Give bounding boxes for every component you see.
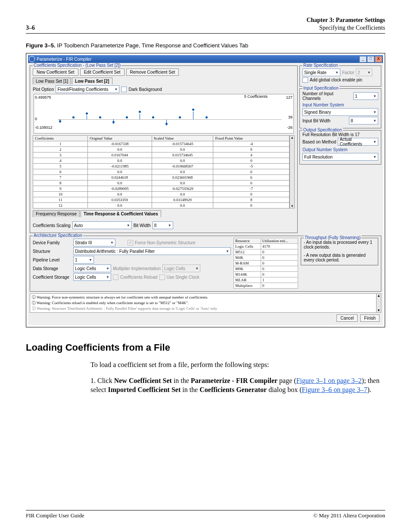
edit-coef-button[interactable]: Edit Coefficient Set xyxy=(80,68,125,76)
table-row: 100.00.00 xyxy=(33,192,290,197)
page-number: 3–6 xyxy=(26,25,35,31)
dialog-titlebar[interactable]: Parameterize - FIR Compiler _ □ X xyxy=(28,55,383,63)
rate-panel: Rate Specification Single Rate▼ Factor 2… xyxy=(299,65,381,87)
section-title: Specifying the Coefficients xyxy=(306,24,385,32)
datastorage-select[interactable]: Logic Cells▼ xyxy=(73,264,111,272)
table-row: 110.03533590.031489298 xyxy=(33,197,290,203)
table-row: 60.00.00 xyxy=(33,169,290,175)
warning-line: ⓘ Warning: Coefficients reload is enable… xyxy=(32,300,379,306)
table-row: M5120 xyxy=(234,249,298,255)
output-panel: Output Specification Full Resolution Bit… xyxy=(299,130,381,165)
coefstorage-select[interactable]: Logic Cells▼ xyxy=(73,273,111,281)
page-footer: FIR Compiler User Guide © May 2011 Alter… xyxy=(26,510,385,519)
coef-table: CoefficientsOriginal ValueScaled ValueFi… xyxy=(33,135,290,208)
warnings-panel: ⓘ Warning: Force non-symmetric structure… xyxy=(30,293,381,313)
finish-button[interactable]: Finish xyxy=(360,314,380,322)
warnings-scrollbar[interactable]: ▲▼ xyxy=(376,294,381,312)
input-numsys-select[interactable]: Signed Binary▼ xyxy=(302,108,378,116)
output-numsys-select[interactable]: Full Resolution▼ xyxy=(302,153,378,161)
table-row: M-RAM0 xyxy=(234,261,298,266)
warning-line: ⓘ Warning: Structure 'Distributed Arithm… xyxy=(32,306,379,311)
warning-line: ⓘ Warning: Force non-symmetric structure… xyxy=(32,295,379,300)
clock-enable-checkbox[interactable] xyxy=(302,77,308,83)
plot-option-label: Plot Option xyxy=(33,87,54,92)
minimize-button[interactable]: _ xyxy=(359,56,367,62)
tab-lowpass1[interactable]: Low Pass Set [1] xyxy=(33,78,71,84)
coef-spec-panel: Coefficients Specification - (Low Pass S… xyxy=(30,65,298,233)
tab-time-response[interactable]: Time Response & Coefficient Values xyxy=(81,210,161,217)
channels-select[interactable]: 1▼ xyxy=(353,92,378,100)
figure-frame: Parameterize - FIR Compiler _ □ X Coeffi… xyxy=(26,53,385,327)
bitwidth-select[interactable]: 8▼ xyxy=(153,221,173,229)
remove-coef-button[interactable]: Remove Coefficient Set xyxy=(126,68,179,76)
architecture-panel: Architecture Specification Device Family… xyxy=(30,236,381,292)
table-row: 1-0.0167338-0.015734645-4 xyxy=(33,141,290,147)
method-select[interactable]: Actual Coefficients▼ xyxy=(338,138,378,146)
pipeline-select[interactable]: 1▼ xyxy=(73,256,94,264)
dialog-window: Parameterize - FIR Compiler _ □ X Coeffi… xyxy=(28,55,383,325)
table-row: M4K0 xyxy=(234,255,298,261)
structure-select[interactable]: Distributed Arithmetic : Fully Parallel … xyxy=(73,247,231,255)
multiplier-select: Logic Cells▼ xyxy=(162,264,200,272)
resource-table: ResourceUtilization esti...Logic Cells41… xyxy=(234,238,298,289)
reload-checkbox xyxy=(113,274,118,280)
coef-table-wrap: CoefficientsOriginal ValueScaled ValueFi… xyxy=(33,135,295,208)
coef-chart: 5 Coefficients 0.499575 0 -0.108012 127 … xyxy=(34,94,294,134)
section-heading: Loading Coefficients from a File xyxy=(26,342,385,353)
factor-select: 2▼ xyxy=(356,68,372,76)
table-row: M9K0 xyxy=(234,266,298,272)
dialog-title: Parameterize - FIR Compiler xyxy=(37,57,91,62)
maximize-button[interactable]: □ xyxy=(367,56,374,62)
dark-bg-checkbox[interactable] xyxy=(121,87,127,92)
tab-lowpass2[interactable]: Low Pass Set [2] xyxy=(72,78,112,84)
table-row: 30.01670440.0157346454 xyxy=(33,152,290,158)
table-row: 40.00.00 xyxy=(33,158,290,164)
table-row: M144K0 xyxy=(234,272,298,277)
input-bitwidth-select[interactable]: 8▼ xyxy=(349,117,378,124)
table-row: 20.00.00 xyxy=(33,147,290,152)
table-row: 5-0.0211985-0.019668307-5 xyxy=(33,164,290,169)
section-body: To load a coefficient set from a file, p… xyxy=(90,360,385,394)
chapter-title: Chapter 3: Parameter Settings xyxy=(306,16,385,24)
table-row: 70.02446180.0236019686 xyxy=(33,175,290,180)
scaling-label: Coefficients Scaling xyxy=(33,223,71,228)
header-rule xyxy=(26,33,385,34)
tab-freq-response[interactable]: Frequency Response xyxy=(33,210,80,217)
cancel-button[interactable]: Cancel xyxy=(336,314,358,322)
table-row: 9-0.0289095-0.027535629-7 xyxy=(33,186,290,192)
scaling-select[interactable]: Auto▼ xyxy=(72,221,132,229)
bitwidth-label: Bit Width xyxy=(134,223,151,228)
singleclock-checkbox xyxy=(159,274,165,280)
figure-3-6-link[interactable]: Figure 3–6 on page 3–7 xyxy=(302,386,367,393)
table-row: MLAB1 xyxy=(234,277,298,283)
coef-table-scrollbar[interactable]: ▲▼ xyxy=(290,135,295,208)
rate-select[interactable]: Single Rate▼ xyxy=(302,68,340,76)
force-nonsym-checkbox: ✓ xyxy=(128,240,133,246)
close-button[interactable]: X xyxy=(375,56,382,62)
plot-option-select[interactable]: Fixed/Floating Coefficients▼ xyxy=(56,85,119,93)
table-row: Logic Cells4170 xyxy=(234,244,298,249)
table-row: Multipliers0 xyxy=(234,283,298,289)
input-panel: Input Specification Number of Input Chan… xyxy=(299,88,381,128)
figure-caption: Figure 3–5. IP Toolbench Parameterize Pa… xyxy=(26,42,385,49)
new-coef-button[interactable]: New Coefficient Set xyxy=(33,68,78,76)
device-select[interactable]: Stratix III▼ xyxy=(73,239,115,246)
table-row: 80.00.00 xyxy=(33,180,290,186)
app-icon xyxy=(29,56,35,62)
figure-3-1-link[interactable]: Figure 3–1 on page 3–2 xyxy=(296,377,362,384)
table-row: 120.00.00 xyxy=(33,203,290,208)
